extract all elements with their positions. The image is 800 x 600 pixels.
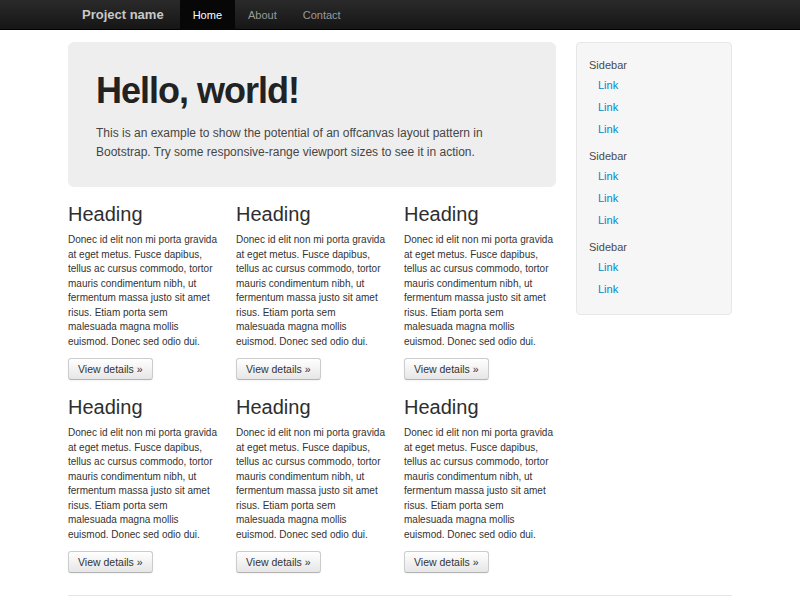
navbar: Project name Home About Contact xyxy=(0,0,800,30)
sidebar-link[interactable]: Link xyxy=(577,96,731,118)
nav-item-about[interactable]: About xyxy=(235,0,290,30)
jumbotron: Hello, world! This is an example to show… xyxy=(68,42,556,187)
nav-link-home[interactable]: Home xyxy=(180,0,235,30)
card: Heading Donec id elit non mi porta gravi… xyxy=(236,396,386,573)
card-heading: Heading xyxy=(404,396,554,419)
card-row-1: Heading Donec id elit non mi porta gravi… xyxy=(68,203,556,380)
card-text: Donec id elit non mi porta gravida at eg… xyxy=(236,233,386,349)
nav-item-home[interactable]: Home xyxy=(180,0,235,30)
card: Heading Donec id elit non mi porta gravi… xyxy=(68,203,218,380)
copyright-text: © Company 2013 xyxy=(68,596,732,600)
sidebar-link[interactable]: Link xyxy=(577,187,731,209)
view-details-button[interactable]: View details » xyxy=(68,358,153,380)
sidebar-link[interactable]: Link xyxy=(577,278,731,300)
nav-link-contact[interactable]: Contact xyxy=(290,0,354,30)
sidebar-header: Sidebar xyxy=(577,140,731,165)
sidebar-link[interactable]: Link xyxy=(577,165,731,187)
card: Heading Donec id elit non mi porta gravi… xyxy=(404,203,554,380)
card-text: Donec id elit non mi porta gravida at eg… xyxy=(236,426,386,542)
sidebar-header: Sidebar xyxy=(577,231,731,256)
hero-text: This is an example to show the potential… xyxy=(96,124,528,161)
sidebar-group-2: Sidebar Link Link Link xyxy=(577,140,731,231)
footer: © Company 2013 xyxy=(68,596,732,600)
sidebar-group-3: Sidebar Link Link xyxy=(577,231,731,300)
sidebar-group-1: Sidebar Link Link Link xyxy=(577,49,731,140)
card-text: Donec id elit non mi porta gravida at eg… xyxy=(404,426,554,542)
sidebar-link[interactable]: Link xyxy=(577,209,731,231)
sidebar-link[interactable]: Link xyxy=(577,74,731,96)
nav-link-about[interactable]: About xyxy=(235,0,290,30)
view-details-button[interactable]: View details » xyxy=(404,358,489,380)
brand-link[interactable]: Project name xyxy=(68,0,180,30)
card-text: Donec id elit non mi porta gravida at eg… xyxy=(68,233,218,349)
sidebar-link[interactable]: Link xyxy=(577,118,731,140)
navbar-menu: Home About Contact xyxy=(180,0,354,30)
card-heading: Heading xyxy=(68,203,218,226)
view-details-button[interactable]: View details » xyxy=(236,551,321,573)
sidebar-link[interactable]: Link xyxy=(577,256,731,278)
card-text: Donec id elit non mi porta gravida at eg… xyxy=(68,426,218,542)
card-row-2: Heading Donec id elit non mi porta gravi… xyxy=(68,396,556,573)
main-content: Hello, world! This is an example to show… xyxy=(68,30,556,573)
card-text: Donec id elit non mi porta gravida at eg… xyxy=(404,233,554,349)
sidebar-header: Sidebar xyxy=(577,49,731,74)
card: Heading Donec id elit non mi porta gravi… xyxy=(236,203,386,380)
card: Heading Donec id elit non mi porta gravi… xyxy=(68,396,218,573)
card: Heading Donec id elit non mi porta gravi… xyxy=(404,396,554,573)
card-heading: Heading xyxy=(404,203,554,226)
sidebar: Sidebar Link Link Link Sidebar Link Link… xyxy=(576,42,732,315)
card-heading: Heading xyxy=(236,203,386,226)
nav-item-contact[interactable]: Contact xyxy=(290,0,354,30)
view-details-button[interactable]: View details » xyxy=(236,358,321,380)
view-details-button[interactable]: View details » xyxy=(404,551,489,573)
view-details-button[interactable]: View details » xyxy=(68,551,153,573)
card-heading: Heading xyxy=(68,396,218,419)
hero-title: Hello, world! xyxy=(96,70,528,112)
card-heading: Heading xyxy=(236,396,386,419)
